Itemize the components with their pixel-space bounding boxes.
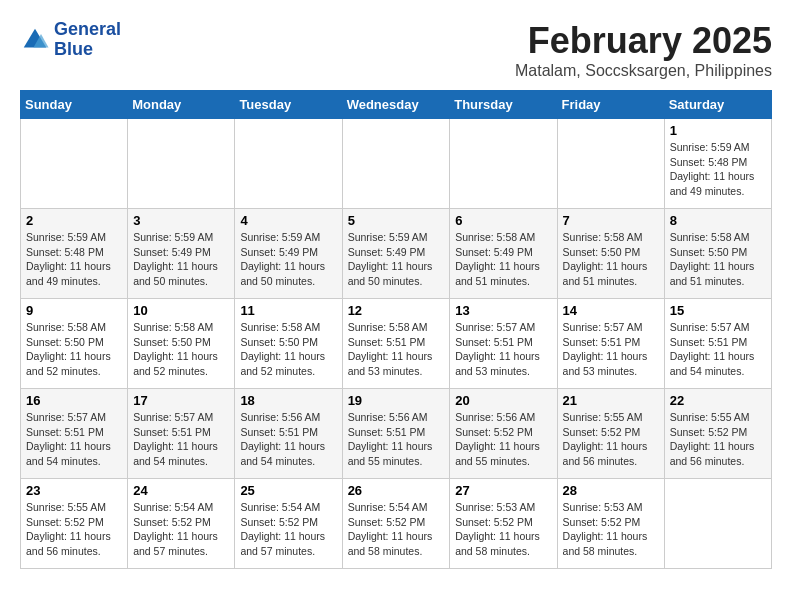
calendar-table: SundayMondayTuesdayWednesdayThursdayFrid… bbox=[20, 90, 772, 569]
calendar-cell: 26Sunrise: 5:54 AM Sunset: 5:52 PM Dayli… bbox=[342, 479, 450, 569]
calendar-cell: 2Sunrise: 5:59 AM Sunset: 5:48 PM Daylig… bbox=[21, 209, 128, 299]
weekday-header: Thursday bbox=[450, 91, 557, 119]
day-info: Sunrise: 5:58 AM Sunset: 5:50 PM Dayligh… bbox=[240, 320, 336, 379]
calendar-cell bbox=[664, 479, 771, 569]
day-number: 15 bbox=[670, 303, 766, 318]
subtitle: Matalam, Soccsksargen, Philippines bbox=[515, 62, 772, 80]
day-info: Sunrise: 5:56 AM Sunset: 5:52 PM Dayligh… bbox=[455, 410, 551, 469]
day-number: 16 bbox=[26, 393, 122, 408]
calendar-cell: 21Sunrise: 5:55 AM Sunset: 5:52 PM Dayli… bbox=[557, 389, 664, 479]
day-info: Sunrise: 5:56 AM Sunset: 5:51 PM Dayligh… bbox=[240, 410, 336, 469]
day-info: Sunrise: 5:59 AM Sunset: 5:48 PM Dayligh… bbox=[26, 230, 122, 289]
calendar-cell: 6Sunrise: 5:58 AM Sunset: 5:49 PM Daylig… bbox=[450, 209, 557, 299]
day-number: 24 bbox=[133, 483, 229, 498]
logo: General Blue bbox=[20, 20, 121, 60]
calendar-cell: 17Sunrise: 5:57 AM Sunset: 5:51 PM Dayli… bbox=[128, 389, 235, 479]
day-number: 3 bbox=[133, 213, 229, 228]
day-number: 8 bbox=[670, 213, 766, 228]
day-info: Sunrise: 5:54 AM Sunset: 5:52 PM Dayligh… bbox=[240, 500, 336, 559]
day-info: Sunrise: 5:58 AM Sunset: 5:49 PM Dayligh… bbox=[455, 230, 551, 289]
day-info: Sunrise: 5:58 AM Sunset: 5:50 PM Dayligh… bbox=[670, 230, 766, 289]
calendar-cell: 19Sunrise: 5:56 AM Sunset: 5:51 PM Dayli… bbox=[342, 389, 450, 479]
day-info: Sunrise: 5:57 AM Sunset: 5:51 PM Dayligh… bbox=[455, 320, 551, 379]
day-info: Sunrise: 5:55 AM Sunset: 5:52 PM Dayligh… bbox=[670, 410, 766, 469]
day-number: 6 bbox=[455, 213, 551, 228]
calendar-cell: 7Sunrise: 5:58 AM Sunset: 5:50 PM Daylig… bbox=[557, 209, 664, 299]
header: General Blue February 2025 Matalam, Socc… bbox=[20, 20, 772, 80]
day-number: 28 bbox=[563, 483, 659, 498]
day-number: 1 bbox=[670, 123, 766, 138]
day-number: 4 bbox=[240, 213, 336, 228]
calendar-cell: 1Sunrise: 5:59 AM Sunset: 5:48 PM Daylig… bbox=[664, 119, 771, 209]
weekday-header: Saturday bbox=[664, 91, 771, 119]
calendar-cell: 3Sunrise: 5:59 AM Sunset: 5:49 PM Daylig… bbox=[128, 209, 235, 299]
day-number: 9 bbox=[26, 303, 122, 318]
day-number: 23 bbox=[26, 483, 122, 498]
weekday-header: Wednesday bbox=[342, 91, 450, 119]
day-info: Sunrise: 5:55 AM Sunset: 5:52 PM Dayligh… bbox=[26, 500, 122, 559]
day-info: Sunrise: 5:58 AM Sunset: 5:50 PM Dayligh… bbox=[133, 320, 229, 379]
day-number: 2 bbox=[26, 213, 122, 228]
calendar-cell bbox=[557, 119, 664, 209]
day-number: 26 bbox=[348, 483, 445, 498]
day-info: Sunrise: 5:54 AM Sunset: 5:52 PM Dayligh… bbox=[348, 500, 445, 559]
title-section: February 2025 Matalam, Soccsksargen, Phi… bbox=[515, 20, 772, 80]
calendar-cell: 12Sunrise: 5:58 AM Sunset: 5:51 PM Dayli… bbox=[342, 299, 450, 389]
day-info: Sunrise: 5:58 AM Sunset: 5:50 PM Dayligh… bbox=[563, 230, 659, 289]
logo-icon bbox=[20, 25, 50, 55]
calendar-cell: 24Sunrise: 5:54 AM Sunset: 5:52 PM Dayli… bbox=[128, 479, 235, 569]
day-info: Sunrise: 5:59 AM Sunset: 5:49 PM Dayligh… bbox=[348, 230, 445, 289]
day-number: 18 bbox=[240, 393, 336, 408]
calendar-cell: 25Sunrise: 5:54 AM Sunset: 5:52 PM Dayli… bbox=[235, 479, 342, 569]
calendar-cell bbox=[342, 119, 450, 209]
day-number: 12 bbox=[348, 303, 445, 318]
day-info: Sunrise: 5:57 AM Sunset: 5:51 PM Dayligh… bbox=[670, 320, 766, 379]
day-info: Sunrise: 5:59 AM Sunset: 5:49 PM Dayligh… bbox=[133, 230, 229, 289]
calendar-cell bbox=[21, 119, 128, 209]
main-title: February 2025 bbox=[515, 20, 772, 62]
weekday-header: Tuesday bbox=[235, 91, 342, 119]
weekday-header: Monday bbox=[128, 91, 235, 119]
calendar-cell: 18Sunrise: 5:56 AM Sunset: 5:51 PM Dayli… bbox=[235, 389, 342, 479]
calendar-cell bbox=[450, 119, 557, 209]
calendar-cell: 16Sunrise: 5:57 AM Sunset: 5:51 PM Dayli… bbox=[21, 389, 128, 479]
day-info: Sunrise: 5:55 AM Sunset: 5:52 PM Dayligh… bbox=[563, 410, 659, 469]
day-info: Sunrise: 5:57 AM Sunset: 5:51 PM Dayligh… bbox=[133, 410, 229, 469]
calendar-cell: 11Sunrise: 5:58 AM Sunset: 5:50 PM Dayli… bbox=[235, 299, 342, 389]
day-info: Sunrise: 5:53 AM Sunset: 5:52 PM Dayligh… bbox=[455, 500, 551, 559]
weekday-header: Sunday bbox=[21, 91, 128, 119]
calendar-cell: 20Sunrise: 5:56 AM Sunset: 5:52 PM Dayli… bbox=[450, 389, 557, 479]
day-info: Sunrise: 5:57 AM Sunset: 5:51 PM Dayligh… bbox=[26, 410, 122, 469]
calendar-cell: 28Sunrise: 5:53 AM Sunset: 5:52 PM Dayli… bbox=[557, 479, 664, 569]
day-number: 19 bbox=[348, 393, 445, 408]
day-info: Sunrise: 5:58 AM Sunset: 5:50 PM Dayligh… bbox=[26, 320, 122, 379]
calendar-cell: 23Sunrise: 5:55 AM Sunset: 5:52 PM Dayli… bbox=[21, 479, 128, 569]
calendar-cell: 10Sunrise: 5:58 AM Sunset: 5:50 PM Dayli… bbox=[128, 299, 235, 389]
day-number: 11 bbox=[240, 303, 336, 318]
day-info: Sunrise: 5:54 AM Sunset: 5:52 PM Dayligh… bbox=[133, 500, 229, 559]
weekday-header: Friday bbox=[557, 91, 664, 119]
day-number: 22 bbox=[670, 393, 766, 408]
calendar-cell bbox=[128, 119, 235, 209]
calendar-cell bbox=[235, 119, 342, 209]
calendar-cell: 9Sunrise: 5:58 AM Sunset: 5:50 PM Daylig… bbox=[21, 299, 128, 389]
calendar-cell: 13Sunrise: 5:57 AM Sunset: 5:51 PM Dayli… bbox=[450, 299, 557, 389]
day-number: 17 bbox=[133, 393, 229, 408]
calendar-cell: 27Sunrise: 5:53 AM Sunset: 5:52 PM Dayli… bbox=[450, 479, 557, 569]
day-info: Sunrise: 5:58 AM Sunset: 5:51 PM Dayligh… bbox=[348, 320, 445, 379]
day-info: Sunrise: 5:53 AM Sunset: 5:52 PM Dayligh… bbox=[563, 500, 659, 559]
day-number: 7 bbox=[563, 213, 659, 228]
day-number: 27 bbox=[455, 483, 551, 498]
calendar-cell: 5Sunrise: 5:59 AM Sunset: 5:49 PM Daylig… bbox=[342, 209, 450, 299]
day-number: 13 bbox=[455, 303, 551, 318]
day-info: Sunrise: 5:56 AM Sunset: 5:51 PM Dayligh… bbox=[348, 410, 445, 469]
day-number: 14 bbox=[563, 303, 659, 318]
logo-text: General Blue bbox=[54, 20, 121, 60]
day-number: 5 bbox=[348, 213, 445, 228]
day-number: 21 bbox=[563, 393, 659, 408]
calendar-cell: 4Sunrise: 5:59 AM Sunset: 5:49 PM Daylig… bbox=[235, 209, 342, 299]
day-info: Sunrise: 5:59 AM Sunset: 5:49 PM Dayligh… bbox=[240, 230, 336, 289]
calendar-cell: 15Sunrise: 5:57 AM Sunset: 5:51 PM Dayli… bbox=[664, 299, 771, 389]
day-info: Sunrise: 5:59 AM Sunset: 5:48 PM Dayligh… bbox=[670, 140, 766, 199]
day-info: Sunrise: 5:57 AM Sunset: 5:51 PM Dayligh… bbox=[563, 320, 659, 379]
